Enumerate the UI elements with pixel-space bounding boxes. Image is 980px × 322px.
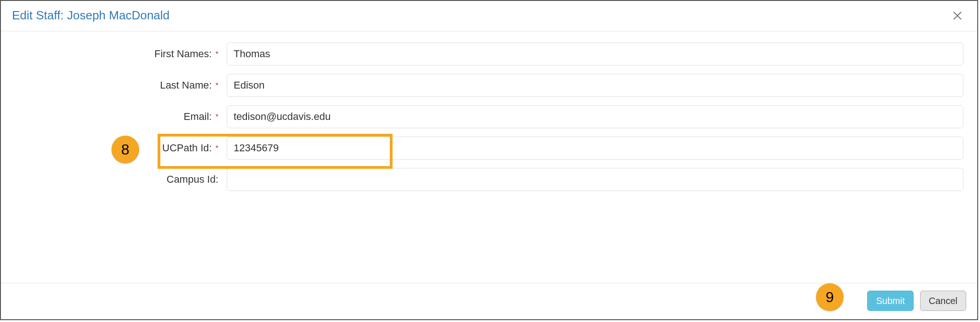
required-marker: *	[216, 50, 218, 58]
close-button[interactable]	[949, 10, 966, 22]
last-name-label: Last Name: *	[15, 79, 227, 91]
modal-body: First Names: * Last Name: * Email: * UCP…	[1, 31, 977, 204]
email-input[interactable]	[227, 105, 963, 128]
submit-button[interactable]: Submit	[867, 291, 913, 311]
required-marker: *	[216, 113, 218, 121]
ucpath-id-input[interactable]	[227, 137, 963, 160]
step-8-callout: 8	[111, 136, 139, 163]
first-names-row: First Names: *	[15, 42, 963, 66]
first-names-label: First Names: *	[15, 48, 227, 60]
modal-title: Edit Staff: Joseph MacDonald	[12, 8, 170, 23]
last-name-input[interactable]	[227, 74, 963, 97]
cancel-button[interactable]: Cancel	[920, 291, 966, 311]
edit-staff-modal: Edit Staff: Joseph MacDonald First Names…	[0, 0, 978, 320]
label-text: Last Name:	[160, 79, 212, 91]
last-name-row: Last Name: *	[15, 74, 963, 97]
label-text: Campus Id:	[167, 173, 219, 185]
ucpath-id-row: UCPath Id: *	[15, 137, 963, 160]
label-text: UCPath Id:	[162, 142, 212, 154]
close-icon	[951, 10, 963, 22]
campus-id-row: Campus Id:	[15, 168, 963, 191]
step-9-callout: 9	[816, 283, 844, 311]
campus-id-label: Campus Id:	[15, 173, 227, 185]
required-marker: *	[216, 144, 218, 152]
label-text: First Names:	[154, 48, 212, 60]
first-names-input[interactable]	[227, 42, 963, 66]
email-label: Email: *	[15, 111, 227, 123]
label-text: Email:	[184, 111, 212, 122]
modal-header: Edit Staff: Joseph MacDonald	[1, 1, 977, 31]
campus-id-input[interactable]	[227, 168, 963, 191]
required-marker: *	[216, 82, 218, 89]
email-row: Email: *	[15, 105, 963, 128]
